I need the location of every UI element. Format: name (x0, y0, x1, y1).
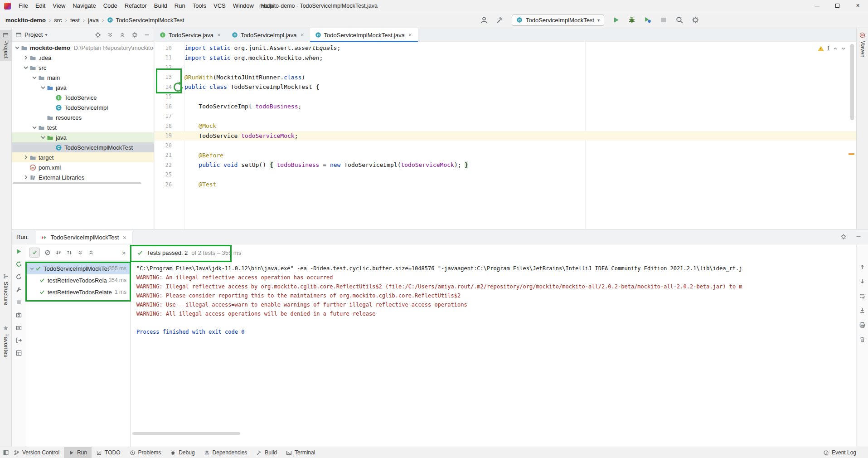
menu-file[interactable]: File (15, 0, 32, 12)
statusbar-item-todo[interactable]: TODO (92, 447, 125, 458)
close-icon[interactable] (407, 32, 413, 38)
chevron-down-icon[interactable] (14, 44, 21, 51)
show-passed-toggle[interactable] (29, 248, 40, 258)
slash-circle-icon[interactable] (44, 249, 51, 256)
minimize-button[interactable] (807, 0, 827, 12)
tree-row[interactable]: src (12, 63, 154, 73)
collapse-all-icon[interactable] (88, 249, 94, 256)
breadcrumb-item[interactable]: mockito-demo (5, 17, 46, 24)
statusbar-item-build[interactable]: Build (252, 447, 281, 458)
tree-row[interactable]: External Libraries (12, 172, 154, 182)
coverage-icon[interactable] (644, 16, 652, 24)
gear-icon[interactable] (131, 32, 138, 38)
breadcrumb-item-current[interactable]: CTodoServiceImplMockTest (107, 17, 184, 24)
tree-row[interactable]: java (12, 83, 154, 93)
snapshot-icon[interactable] (15, 324, 22, 331)
test-tree-row[interactable]: TodoServiceImplMockTest355 ms (26, 263, 130, 274)
run-gutter-icon[interactable] (172, 81, 184, 93)
statusbar-item-dependencies[interactable]: Dependencies (199, 447, 252, 458)
stripe-tab-structure[interactable]: Structure (0, 271, 11, 307)
test-tree-row[interactable]: testRetrieveTodosRela354 ms (26, 274, 130, 286)
breadcrumb-item[interactable]: src (54, 17, 62, 24)
wrench-icon[interactable] (15, 286, 22, 293)
tree-row[interactable]: .idea (12, 53, 154, 63)
editor[interactable]: 10import static org.junit.Assert.assertE… (155, 42, 856, 229)
stripe-tab-project[interactable]: Project (0, 30, 11, 61)
menu-edit[interactable]: Edit (32, 0, 49, 12)
tree-row[interactable]: main (12, 73, 154, 83)
layout-icon[interactable] (15, 350, 22, 356)
statusbar-item-problems[interactable]: Problems (125, 447, 166, 458)
editor-scrollbar[interactable] (850, 44, 854, 120)
camera-icon[interactable] (15, 312, 22, 318)
updown-icon[interactable] (66, 249, 73, 256)
exit-icon[interactable] (15, 337, 22, 344)
sort-icon[interactable] (55, 249, 62, 256)
chevron-right-icon[interactable] (22, 54, 29, 61)
chevron-down-icon[interactable] (31, 124, 38, 131)
tree-row[interactable]: ITodoService (12, 93, 154, 102)
tool-window-switcher-icon[interactable] (3, 449, 9, 456)
expand-all-icon[interactable] (107, 32, 113, 38)
close-icon[interactable] (300, 32, 305, 38)
expand-all-icon[interactable] (77, 249, 83, 256)
hammer-icon[interactable] (496, 16, 504, 24)
stop-icon[interactable] (15, 299, 22, 306)
chevron-right-icon[interactable] (22, 174, 29, 181)
statusbar-item-debug[interactable]: Debug (165, 447, 199, 458)
statusbar-item-terminal[interactable]: Terminal (281, 447, 320, 458)
run-tab[interactable]: TodoServiceImplMockTest (36, 231, 132, 244)
statusbar-item-event-log[interactable]: Event Log (819, 447, 861, 458)
statusbar-item-version-control[interactable]: Version Control (9, 447, 64, 458)
softwrap-icon[interactable] (859, 292, 866, 299)
tree-row[interactable]: CTodoServiceImplMockTest (12, 142, 154, 152)
tree-row[interactable]: mockito-demoD:\Petplan Repository\mockit… (12, 43, 154, 53)
arrow-up-icon[interactable] (859, 263, 866, 270)
tree-row[interactable]: mpom.xml (12, 162, 154, 172)
tree-row[interactable]: CTodoServiceImpl (12, 102, 154, 112)
trash-icon[interactable] (859, 336, 866, 343)
editor-tab[interactable]: CTodoServiceImplMockTest.java (310, 28, 418, 42)
menu-navigate[interactable]: Navigate (69, 0, 99, 12)
minus-icon[interactable] (144, 32, 150, 38)
chevron-down-icon[interactable] (39, 134, 47, 141)
play-icon[interactable] (15, 248, 22, 255)
chevron-right-icon[interactable] (22, 154, 29, 161)
menu-view[interactable]: View (49, 0, 69, 12)
stripe-tab-maven[interactable]: mMaven (857, 30, 868, 60)
menu-run[interactable]: Run (171, 0, 189, 12)
close-button[interactable]: × (848, 0, 868, 12)
editor-tab[interactable]: CTodoServiceImpl.java (227, 28, 310, 42)
stop-icon[interactable] (659, 16, 668, 24)
menu-window[interactable]: Window (229, 0, 257, 12)
test-tree-row[interactable]: testRetrieveTodosRelate1 ms (26, 286, 130, 298)
user-icon[interactable] (480, 16, 488, 24)
console-horizontal-scrollbar[interactable] (132, 432, 240, 435)
breadcrumb-item[interactable]: test (70, 17, 80, 24)
chevron-down-icon[interactable] (31, 74, 38, 81)
search-icon[interactable] (675, 16, 684, 24)
run-config-selector[interactable]: C TodoServiceImplMockTest ▾ (512, 15, 604, 26)
project-horizontal-scrollbar[interactable] (13, 182, 141, 184)
warning-stripe-mark[interactable] (849, 153, 854, 155)
gear-icon[interactable] (840, 234, 847, 240)
print-icon[interactable] (859, 322, 866, 328)
more-actions-button[interactable]: » (122, 249, 127, 256)
close-icon[interactable] (122, 235, 127, 240)
tree-row[interactable]: java (12, 132, 154, 142)
project-view-title[interactable]: Project (24, 31, 43, 38)
close-icon[interactable] (216, 32, 222, 38)
minus-icon[interactable] (855, 234, 862, 240)
chevron-down-icon[interactable] (29, 266, 35, 272)
stripe-tab-favorites[interactable]: Favorites (0, 323, 11, 360)
scroll-end-icon[interactable] (859, 307, 866, 314)
gear-icon[interactable] (691, 16, 699, 24)
refresh-icon[interactable] (15, 273, 22, 280)
chevron-up-icon[interactable] (833, 46, 838, 51)
menu-vcs[interactable]: VCS (210, 0, 229, 12)
editor-tab[interactable]: ITodoService.java (155, 28, 227, 42)
menu-tools[interactable]: Tools (189, 0, 210, 12)
breadcrumb-item[interactable]: java (88, 17, 99, 24)
inspection-widget[interactable]: 1 (815, 45, 849, 52)
menu-refactor[interactable]: Refactor (121, 0, 150, 12)
